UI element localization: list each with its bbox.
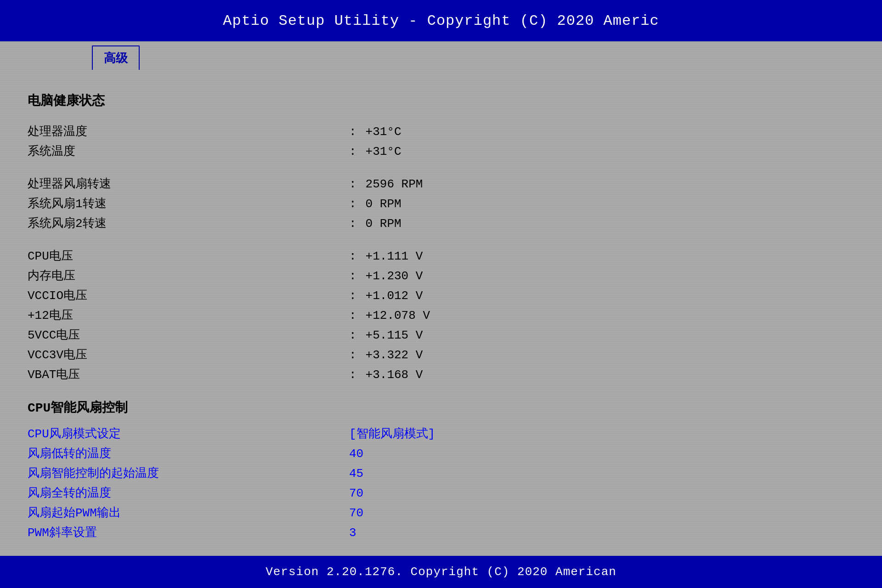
cpu-fan-mode-label[interactable]: CPU风扇模式设定 [28,425,349,441]
5vcc-voltage-colon: : [349,328,356,342]
vbat-voltage-colon: : [349,368,356,382]
fan-low-temp-value[interactable]: 40 [349,447,363,461]
tab-bar: 高级 [0,41,882,69]
cpu-voltage-colon: : [349,249,356,263]
bottom-bar-text: Version 2.20.1276. Copyright (C) 2020 Am… [266,565,616,579]
vccio-voltage-label: VCCIO电压 [28,287,349,303]
cpu-temp-colon: : [349,125,356,139]
cpu-temp-row: 处理器温度 : +31°C [28,123,854,139]
fan-low-temp-row[interactable]: 风扇低转的温度 40 [28,445,854,461]
fan-full-temp-value[interactable]: 70 [349,486,363,500]
sys-fan2-colon: : [349,217,356,231]
cpu-fan-colon: : [349,177,356,191]
fan-start-temp-row[interactable]: 风扇智能控制的起始温度 45 [28,465,854,481]
fan-pwm-start-label[interactable]: 风扇起始PWM输出 [28,504,349,520]
mem-voltage-value: +1.230 V [366,269,423,283]
5vcc-voltage-row: 5VCC电压 : +5.115 V [28,327,854,343]
fan-pwm-slope-label[interactable]: PWM斜率设置 [28,524,349,540]
12v-voltage-colon: : [349,309,356,322]
cpu-temp-value: +31°C [366,125,401,139]
mem-voltage-colon: : [349,269,356,283]
sys-fan2-label: 系统风扇2转速 [28,215,349,231]
5vcc-voltage-value: +5.115 V [366,328,423,342]
fan-pwm-slope-value[interactable]: 3 [349,526,356,540]
sys-temp-row: 系统温度 : +31°C [28,143,854,159]
fan-full-temp-row[interactable]: 风扇全转的温度 70 [28,485,854,501]
sys-temp-colon: : [349,145,356,158]
fan-control-section-title: CPU智能风扇控制 [28,399,854,416]
fan-full-temp-label[interactable]: 风扇全转的温度 [28,485,349,501]
vbat-voltage-label: VBAT电压 [28,366,349,382]
cpu-fan-row: 处理器风扇转速 : 2596 RPM [28,175,854,192]
sys-temp-label: 系统温度 [28,143,349,159]
main-content: 电脑健康状态 处理器温度 : +31°C 系统温度 : +31°C 处理器风扇转… [0,69,882,556]
sys-temp-value: +31°C [366,145,401,158]
fan-start-temp-label[interactable]: 风扇智能控制的起始温度 [28,465,349,481]
vbat-voltage-row: VBAT电压 : +3.168 V [28,366,854,382]
5vcc-voltage-label: 5VCC电压 [28,327,349,343]
sys-fan2-row: 系统风扇2转速 : 0 RPM [28,215,854,231]
bios-screen: Aptio Setup Utility - Copyright (C) 2020… [0,0,882,588]
top-bar-title: Aptio Setup Utility - Copyright (C) 2020… [223,12,659,29]
vcc3v-voltage-label: VCC3V电压 [28,346,349,362]
cpu-fan-label: 处理器风扇转速 [28,175,349,192]
12v-voltage-row: +12电压 : +12.078 V [28,307,854,323]
vccio-voltage-row: VCCIO电压 : +1.012 V [28,287,854,303]
vccio-voltage-value: +1.012 V [366,289,423,303]
mem-voltage-row: 内存电压 : +1.230 V [28,267,854,283]
12v-voltage-value: +12.078 V [366,309,430,322]
sys-fan1-row: 系统风扇1转速 : 0 RPM [28,195,854,211]
mem-voltage-label: 内存电压 [28,267,349,283]
vcc3v-voltage-value: +3.322 V [366,348,423,362]
bottom-bar: Version 2.20.1276. Copyright (C) 2020 Am… [0,556,882,588]
fan-pwm-slope-row[interactable]: PWM斜率设置 3 [28,524,854,540]
sys-fan1-value: 0 RPM [366,197,401,211]
health-section-title: 电脑健康状态 [28,92,854,109]
tab-advanced[interactable]: 高级 [92,45,140,70]
cpu-temp-label: 处理器温度 [28,123,349,139]
cpu-voltage-value: +1.111 V [366,249,423,263]
vcc3v-voltage-row: VCC3V电压 : +3.322 V [28,346,854,362]
12v-voltage-label: +12电压 [28,307,349,323]
sys-fan2-value: 0 RPM [366,217,401,231]
vcc3v-voltage-colon: : [349,348,356,362]
vbat-voltage-value: +3.168 V [366,368,423,382]
fan-start-temp-value[interactable]: 45 [349,467,363,481]
cpu-voltage-row: CPU电压 : +1.111 V [28,248,854,264]
cpu-voltage-label: CPU电压 [28,248,349,264]
fan-pwm-start-value[interactable]: 70 [349,506,363,520]
fan-pwm-start-row[interactable]: 风扇起始PWM输出 70 [28,504,854,520]
cpu-fan-mode-value[interactable]: [智能风扇模式] [349,425,435,441]
sys-fan1-colon: : [349,197,356,211]
top-bar: Aptio Setup Utility - Copyright (C) 2020… [0,0,882,41]
vccio-voltage-colon: : [349,289,356,303]
cpu-fan-value: 2596 RPM [366,177,423,191]
fan-low-temp-label[interactable]: 风扇低转的温度 [28,445,349,461]
cpu-fan-mode-row[interactable]: CPU风扇模式设定 [智能风扇模式] [28,425,854,441]
sys-fan1-label: 系统风扇1转速 [28,195,349,211]
